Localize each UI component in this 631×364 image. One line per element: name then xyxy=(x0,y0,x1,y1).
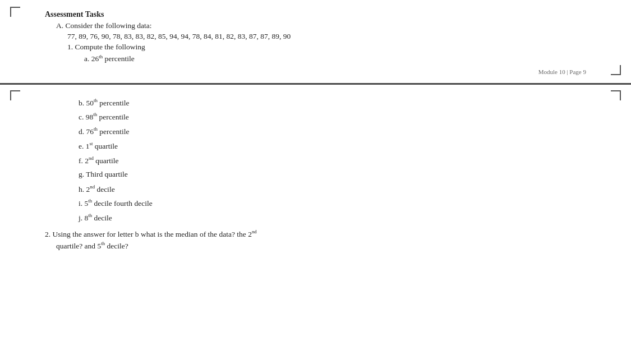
page-container: Assessment Tasks A. Consider the followi… xyxy=(0,0,631,364)
corner-mark-bottom-right-top xyxy=(611,65,621,75)
item-h-sup: nd xyxy=(90,184,95,190)
subsection-a: A. Consider the following data: xyxy=(56,21,586,30)
question-2: 2. Using the answer for letter b what is… xyxy=(45,228,586,252)
page-bottom: b. 50th percentile c. 98th percentile d.… xyxy=(0,85,631,365)
item-d-sup: th xyxy=(94,126,98,132)
item-d: d. 76th percentile xyxy=(79,126,586,137)
q2-sup2: th xyxy=(101,241,105,246)
item-i-sup: th xyxy=(88,198,92,204)
q2-sup1: nd xyxy=(252,229,257,234)
item-g: g. Third quartile xyxy=(79,169,586,180)
question-2-cont: quartile? and 5th decile? xyxy=(56,240,586,252)
item-b: b. 50th percentile xyxy=(79,97,586,109)
item-1a-text: a. 26th percentile xyxy=(84,54,135,63)
item-c: c. 98th percentile xyxy=(79,111,586,123)
corner-mark-bottom-top-right xyxy=(611,90,621,100)
item-e: e. 1st quartile xyxy=(79,140,586,152)
item-i: i. 5th decile fourth decile xyxy=(79,197,586,209)
item-1: 1. Compute the following xyxy=(67,43,586,52)
page-number: Module 10 | Page 9 xyxy=(538,68,586,75)
section-title: Assessment Tasks xyxy=(45,10,586,19)
corner-mark-bottom-left xyxy=(10,90,20,100)
page-top: Assessment Tasks A. Consider the followi… xyxy=(0,0,631,85)
item-e-sup: st xyxy=(90,141,93,146)
item-b-sup: th xyxy=(94,98,98,103)
page-footer: Module 10 | Page 9 xyxy=(45,65,586,77)
item-h: h. 2nd decile xyxy=(79,183,586,195)
item-1a-sup: th xyxy=(99,53,103,59)
numbered-section-2: 2. Using the answer for letter b what is… xyxy=(45,228,586,252)
corner-mark-top-left xyxy=(10,7,20,17)
item-f-sup: nd xyxy=(89,155,94,161)
data-values: 77, 89, 76, 90, 78, 83, 83, 82, 85, 94, … xyxy=(67,32,586,41)
item-j: j. 8th decile xyxy=(79,212,586,224)
item-f: f. 2nd quartile xyxy=(79,155,586,167)
item-1a: a. 26th percentile xyxy=(84,53,586,63)
bottom-items: b. 50th percentile c. 98th percentile d.… xyxy=(79,97,586,224)
item-j-sup: th xyxy=(88,213,92,218)
item-c-sup: th xyxy=(93,112,97,117)
